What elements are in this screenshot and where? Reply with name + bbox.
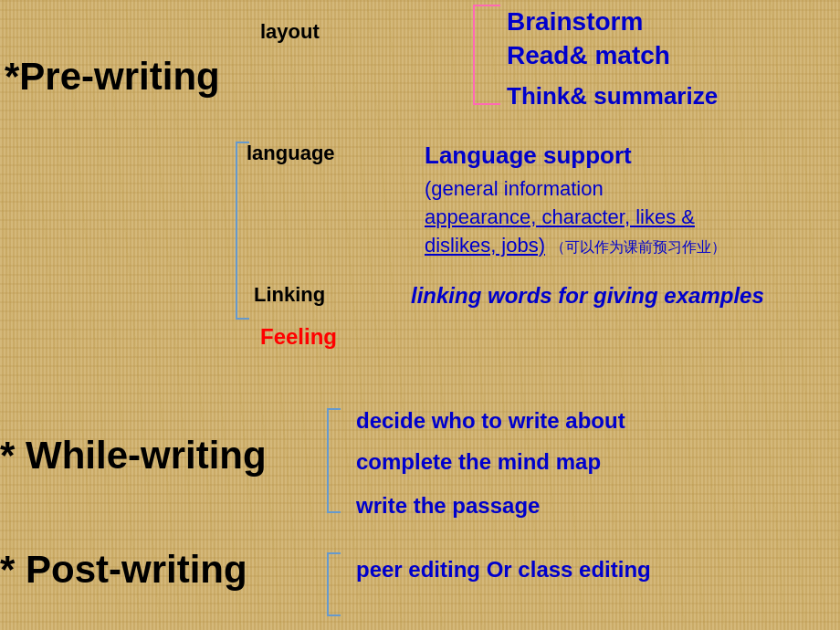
general-info-text: (general information appearance, charact… <box>425 175 826 259</box>
linking-label: Linking <box>254 283 325 307</box>
pre-writing-bracket <box>236 142 249 320</box>
layout-label: layout <box>260 20 320 44</box>
while-writing-bracket <box>327 408 341 513</box>
language-support-text: Language support <box>425 142 632 170</box>
feeling-label: Feeling <box>260 324 337 350</box>
pre-writing-label: *Pre-writing <box>5 55 220 99</box>
while-writing-label: * While-writing <box>0 434 267 478</box>
mind-map-text: complete the mind map <box>356 449 601 475</box>
think-summarize-text: Think& summarize <box>507 82 718 110</box>
decide-text: decide who to write about <box>356 408 625 434</box>
linking-words-text: linking words for giving examples <box>411 283 764 309</box>
post-writing-label: * Post-writing <box>0 548 247 592</box>
layout-bracket-bottom <box>473 103 500 105</box>
language-label: language <box>247 142 335 165</box>
read-match-text: Read& match <box>507 41 670 70</box>
peer-editing-text: peer editing Or class editing <box>356 557 651 583</box>
brainstorm-text: Brainstorm <box>507 7 643 37</box>
layout-bracket <box>446 5 500 105</box>
post-writing-bracket <box>327 552 341 616</box>
write-passage-text: write the passage <box>356 493 540 519</box>
